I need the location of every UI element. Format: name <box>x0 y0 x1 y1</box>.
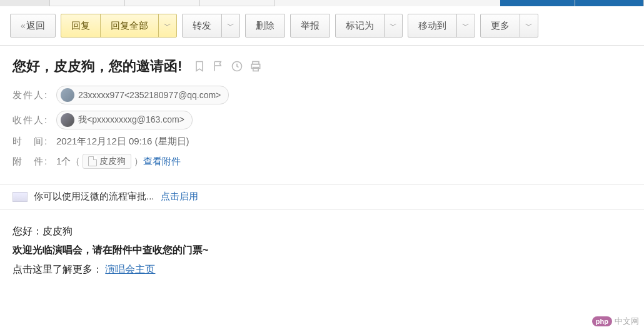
tip-text: 你可以使用泛微的流程审批... <box>34 191 154 203</box>
time-value: 2021年12月12日 09:16 (星期日) <box>56 136 189 148</box>
time-label: 时 间: <box>13 136 56 148</box>
back-button[interactable]: « 返回 <box>10 14 56 38</box>
move-to-dropdown[interactable]: ﹀ <box>456 14 475 38</box>
from-value: 23xxxxx977<2352180977@qq.com> <box>78 90 221 100</box>
tip-icon <box>13 192 28 202</box>
bookmark-icon[interactable] <box>193 60 206 73</box>
chevron-down-icon: ﹀ <box>390 21 397 31</box>
back-icon: « <box>21 21 24 31</box>
chevron-down-icon: ﹀ <box>164 21 171 31</box>
nav-spacer <box>275 0 500 6</box>
mark-as-dropdown[interactable]: ﹀ <box>384 14 403 38</box>
footer-watermark: php 中文网 <box>592 316 639 327</box>
chevron-down-icon: ﹀ <box>227 21 234 31</box>
chevron-down-icon: ﹀ <box>462 21 470 31</box>
email-body: 您好：皮皮狗 欢迎光临演唱会，请在附件中查收您的门票~ 点击这里了解更多： 演唱… <box>0 209 644 291</box>
flag-icon[interactable] <box>212 60 224 73</box>
body-main: 欢迎光临演唱会，请在附件中查收您的门票~ <box>13 241 631 259</box>
footer-text: 中文网 <box>615 316 639 327</box>
mark-as-button[interactable]: 标记为 <box>335 14 385 38</box>
nav-tab[interactable] <box>125 0 200 6</box>
view-attachment-link[interactable]: 查看附件 <box>143 156 181 168</box>
to-contact[interactable]: 我<pxxxxxxxxg@163.com> <box>56 111 193 129</box>
attach-open-paren: （ <box>71 156 80 168</box>
nav-tab[interactable] <box>50 0 125 6</box>
php-badge: php <box>592 316 612 326</box>
attach-close-paren: ） <box>134 156 143 168</box>
to-value: 我<pxxxxxxxxg@163.com> <box>78 114 184 126</box>
top-nav-tabs <box>0 0 644 6</box>
concert-homepage-link[interactable]: 演唱会主页 <box>105 264 155 274</box>
email-subject: 您好，皮皮狗，您的邀请函! <box>13 57 182 76</box>
more-button[interactable]: 更多 <box>480 14 520 38</box>
body-greeting: 您好：皮皮狗 <box>13 222 631 241</box>
attachment-name: 皮皮狗 <box>99 156 126 167</box>
delete-button[interactable]: 删除 <box>245 14 285 38</box>
nav-tab-active[interactable] <box>500 0 575 6</box>
reply-dropdown[interactable]: ﹀ <box>158 14 177 38</box>
from-contact[interactable]: 23xxxxx977<2352180977@qq.com> <box>56 86 229 104</box>
chevron-down-icon: ﹀ <box>525 21 533 31</box>
back-label: 返回 <box>26 20 45 32</box>
forward-dropdown[interactable]: ﹀ <box>221 14 240 38</box>
nav-tab[interactable] <box>575 0 644 6</box>
more-dropdown[interactable]: ﹀ <box>520 14 538 38</box>
report-button[interactable]: 举报 <box>290 14 330 38</box>
move-to-button[interactable]: 移动到 <box>408 14 457 38</box>
nav-tab[interactable] <box>0 0 50 6</box>
tip-bar: 你可以使用泛微的流程审批... 点击启用 <box>0 184 644 209</box>
clock-icon[interactable] <box>231 60 243 73</box>
reply-all-button[interactable]: 回复全部 <box>100 14 159 38</box>
attachment-file[interactable]: 皮皮狗 <box>83 154 131 169</box>
nav-tab[interactable] <box>200 0 275 6</box>
avatar <box>61 113 74 127</box>
tip-action-link[interactable]: 点击启用 <box>161 191 198 203</box>
file-icon <box>88 156 97 166</box>
to-label: 收件人: <box>13 114 56 126</box>
attach-label: 附 件: <box>13 156 56 168</box>
body-link-prefix: 点击这里了解更多： <box>13 264 103 274</box>
from-label: 发件人: <box>13 89 56 101</box>
avatar <box>61 88 74 102</box>
forward-button[interactable]: 转发 <box>182 14 222 38</box>
attach-count: 1个 <box>56 156 71 168</box>
reply-button[interactable]: 回复 <box>61 14 101 38</box>
email-header: 您好，皮皮狗，您的邀请函! 发件人: 23xxxxx977<2352180977… <box>0 46 644 184</box>
toolbar: « 返回 回复 回复全部 ﹀ 转发 ﹀ 删除 举报 标记为 ﹀ 移动到 ﹀ 更多… <box>0 6 644 46</box>
print-icon[interactable] <box>249 60 262 73</box>
